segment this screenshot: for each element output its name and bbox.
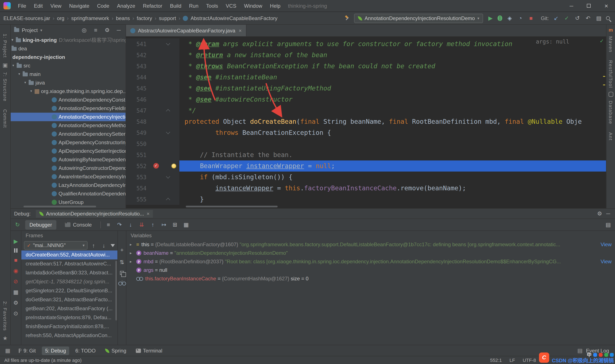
tree-item[interactable]: AnnotationDependencySetterInj... xyxy=(11,130,126,138)
menu-build[interactable]: Build xyxy=(166,0,185,12)
view-breakpoints-grid-icon[interactable]: ▦ xyxy=(183,221,190,228)
tree-item[interactable]: UserGroup xyxy=(11,198,126,207)
fold-marker-icon[interactable] xyxy=(166,130,170,134)
view-breakpoints-icon[interactable]: ◉ xyxy=(12,267,19,274)
variable-row[interactable]: ▸≡this = {DefaultListableBeanFactory@160… xyxy=(126,240,615,249)
locate-icon[interactable]: ◎ xyxy=(81,27,88,34)
hide-icon[interactable]: ─ xyxy=(115,27,122,34)
stack-frame[interactable]: finishBeanFactoryInitialization:878,... xyxy=(21,322,118,331)
star-icon[interactable]: ★ xyxy=(2,335,9,341)
chevron-down-icon[interactable]: ▾ xyxy=(40,28,42,32)
tool-window-switcher-icon[interactable]: ▦ xyxy=(4,347,11,354)
tree-item[interactable]: dea xyxy=(11,44,126,53)
fold-marker-icon[interactable] xyxy=(166,198,170,202)
breakpoint-icon[interactable] xyxy=(153,163,159,169)
line-number[interactable]: 547 xyxy=(126,107,147,114)
expand-arrow-icon[interactable]: ▸ xyxy=(130,260,134,264)
code-line[interactable]: 551 // Instantiate the bean. xyxy=(126,149,606,160)
tree-item[interactable]: LazyAnnotationDependencyInje... xyxy=(11,181,126,189)
breadcrumb-item[interactable]: org xyxy=(57,15,65,21)
settings-icon[interactable]: ⚙ xyxy=(104,27,111,34)
close-button[interactable]: × xyxy=(604,2,608,9)
tree-item[interactable]: QualifierAnnotationDependency... xyxy=(11,189,126,198)
code-line[interactable]: 555 } xyxy=(126,194,606,205)
expand-arrow-icon[interactable]: ▸ xyxy=(130,242,134,247)
menu-code[interactable]: Code xyxy=(93,0,113,12)
menu-vcs[interactable]: VCS xyxy=(222,0,240,12)
menu-analyze[interactable]: Analyze xyxy=(113,0,139,12)
rerun-icon[interactable]: ↻ xyxy=(14,221,21,228)
line-number[interactable]: 550 xyxy=(126,141,147,147)
line-number[interactable]: 554 xyxy=(126,185,147,191)
thread-dump-icon[interactable]: ▦ xyxy=(12,288,19,295)
menu-view[interactable]: View xyxy=(47,0,65,12)
stack-frame[interactable]: doGetBean:321, AbstractBeanFacto... xyxy=(21,295,118,304)
tree-item[interactable]: ▾main xyxy=(11,70,126,78)
view-link[interactable]: View xyxy=(601,242,612,247)
line-number[interactable]: 545 xyxy=(126,85,147,91)
menu-tools[interactable]: Tools xyxy=(202,0,222,12)
stack-frame[interactable]: createBean:517, AbstractAutowireC... xyxy=(21,260,118,268)
line-number[interactable]: 542 xyxy=(126,52,147,58)
tool-window-button-terminal[interactable]: Terminal xyxy=(132,346,166,355)
expand-arrow-icon[interactable]: ▾ xyxy=(24,78,29,87)
tree-item[interactable]: ApiDependencyConstructorInjec... xyxy=(11,138,126,147)
tool-window-button-9-git[interactable]: 9: Git xyxy=(14,346,39,355)
line-number[interactable]: 548 xyxy=(126,118,147,125)
error-stripe-mark[interactable] xyxy=(603,76,605,77)
code-line[interactable]: 548protected Object doCreateBean(final S… xyxy=(126,116,606,127)
stop-icon[interactable]: ■ xyxy=(528,15,535,22)
run-to-cursor-icon[interactable]: ↦ xyxy=(160,221,167,228)
show-watches-toggle[interactable] xyxy=(121,280,123,283)
frames-scrollbar[interactable] xyxy=(115,261,117,321)
line-number[interactable]: 555 xyxy=(126,196,147,203)
variable-row[interactable]: this.factoryBeanInstanceCache = {Concurr… xyxy=(126,274,615,283)
code-line[interactable]: 553 if (mbd.isSingleton()) { xyxy=(126,171,606,183)
line-number[interactable]: 543 xyxy=(126,63,147,69)
variable-row[interactable]: ▸pmbd = {RootBeanDefinition@2037} "Root … xyxy=(126,257,615,266)
tool-stripe-commit[interactable]: Commit xyxy=(2,109,8,128)
fold-marker-icon[interactable] xyxy=(166,41,170,45)
filter-icon[interactable] xyxy=(111,244,115,247)
tool-stripe-restfultool[interactable]: RestfulTool xyxy=(608,60,613,88)
code-line[interactable]: 541 * @param args explicit arguments to … xyxy=(126,39,606,50)
hide-panel-icon[interactable]: ─ xyxy=(605,210,612,217)
settings-gear-icon[interactable]: ⚙ xyxy=(596,210,603,217)
code-line[interactable]: 545 * @see #instantiateUsingFactoryMetho… xyxy=(126,83,606,94)
run-icon[interactable]: ▶ xyxy=(487,15,494,22)
tool-window-button-spring[interactable]: Spring xyxy=(102,346,130,355)
menu-edit[interactable]: Edit xyxy=(30,0,47,12)
editor-horizontal-scrollbar[interactable] xyxy=(186,206,278,208)
profiler-icon[interactable]: ◔ xyxy=(517,15,524,22)
step-into-icon[interactable]: ↓ xyxy=(127,221,134,228)
code-line[interactable]: 546 * @see #autowireConstructor xyxy=(126,94,606,105)
editor-tab[interactable]: AbstractAutowireCapableBeanFactory.java … xyxy=(126,25,246,36)
tool-stripe-database[interactable]: Database xyxy=(608,101,613,124)
update-project-icon[interactable]: ↙ xyxy=(553,15,560,22)
layout-icon[interactable]: ▤ xyxy=(605,221,612,228)
code-area[interactable]: ✓ 541 * @param args explicit arguments t… xyxy=(126,37,606,208)
project-view-selector[interactable]: Project xyxy=(22,27,38,33)
stack-frame[interactable]: lambda$doGetBean$0:323, Abstract... xyxy=(21,268,118,277)
tree-item[interactable]: ▾org.xiaoge.thinking.in.spring.ioc.dep..… xyxy=(11,87,126,96)
menu-file[interactable]: File xyxy=(14,0,30,12)
code-line[interactable]: 552 BeanWrapper instanceWrapper = null; xyxy=(126,160,606,171)
menu-window[interactable]: Window xyxy=(240,0,266,12)
line-number[interactable]: 553 xyxy=(126,174,147,180)
rollback-icon[interactable]: ↶ xyxy=(585,15,591,22)
tree-item[interactable]: ApiDependencySetterInjectionD... xyxy=(11,147,126,155)
tool-window-button-6-todo[interactable]: 6: TODO xyxy=(72,346,99,355)
code-line[interactable]: 547 */ xyxy=(126,105,606,116)
menu-navigate[interactable]: Navigate xyxy=(65,0,93,12)
menu-run[interactable]: Run xyxy=(185,0,202,12)
resume-icon[interactable]: ▶ xyxy=(12,238,19,245)
line-number[interactable]: 549 xyxy=(126,130,147,136)
step-over-icon[interactable]: ↷ xyxy=(116,221,123,228)
tree-item[interactable]: AwareInterfaceDependencyInjec... xyxy=(11,172,126,181)
settings-icon[interactable]: ⚙ xyxy=(12,299,19,306)
error-stripe-mark[interactable] xyxy=(603,84,605,85)
line-number[interactable]: 551 xyxy=(126,152,147,158)
search-everywhere-icon[interactable] xyxy=(606,16,610,20)
code-line[interactable]: 554 instanceWrapper = this.factoryBeanIn… xyxy=(126,183,606,194)
tool-window-button-5-debug[interactable]: 5: Debug xyxy=(42,346,69,355)
